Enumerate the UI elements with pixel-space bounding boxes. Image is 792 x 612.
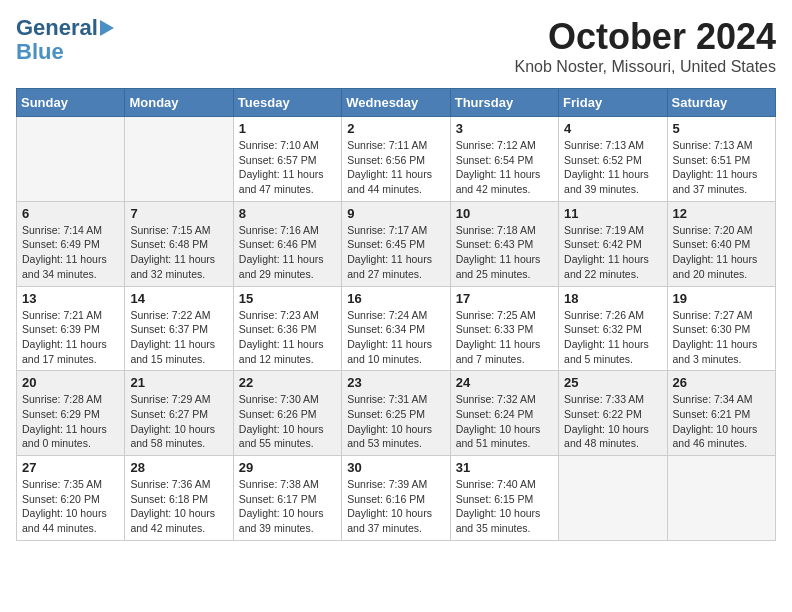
day-info: Sunrise: 7:24 AMSunset: 6:34 PMDaylight:…: [347, 308, 444, 367]
day-number: 20: [22, 375, 119, 390]
day-info: Sunrise: 7:29 AMSunset: 6:27 PMDaylight:…: [130, 392, 227, 451]
day-info: Sunrise: 7:35 AMSunset: 6:20 PMDaylight:…: [22, 477, 119, 536]
week-row-2: 6Sunrise: 7:14 AMSunset: 6:49 PMDaylight…: [17, 201, 776, 286]
day-number: 13: [22, 291, 119, 306]
day-cell: 6Sunrise: 7:14 AMSunset: 6:49 PMDaylight…: [17, 201, 125, 286]
day-cell: 24Sunrise: 7:32 AMSunset: 6:24 PMDayligh…: [450, 371, 558, 456]
day-number: 14: [130, 291, 227, 306]
day-cell: 19Sunrise: 7:27 AMSunset: 6:30 PMDayligh…: [667, 286, 775, 371]
day-info: Sunrise: 7:14 AMSunset: 6:49 PMDaylight:…: [22, 223, 119, 282]
day-cell: 22Sunrise: 7:30 AMSunset: 6:26 PMDayligh…: [233, 371, 341, 456]
day-cell: 21Sunrise: 7:29 AMSunset: 6:27 PMDayligh…: [125, 371, 233, 456]
calendar-body: 1Sunrise: 7:10 AMSunset: 6:57 PMDaylight…: [17, 117, 776, 541]
day-info: Sunrise: 7:21 AMSunset: 6:39 PMDaylight:…: [22, 308, 119, 367]
day-info: Sunrise: 7:13 AMSunset: 6:52 PMDaylight:…: [564, 138, 661, 197]
location-title: Knob Noster, Missouri, United States: [515, 58, 776, 76]
day-info: Sunrise: 7:23 AMSunset: 6:36 PMDaylight:…: [239, 308, 336, 367]
day-cell: 9Sunrise: 7:17 AMSunset: 6:45 PMDaylight…: [342, 201, 450, 286]
day-cell: 25Sunrise: 7:33 AMSunset: 6:22 PMDayligh…: [559, 371, 667, 456]
day-cell: 30Sunrise: 7:39 AMSunset: 6:16 PMDayligh…: [342, 456, 450, 541]
calendar-header: SundayMondayTuesdayWednesdayThursdayFrid…: [17, 89, 776, 117]
day-info: Sunrise: 7:18 AMSunset: 6:43 PMDaylight:…: [456, 223, 553, 282]
day-cell: 11Sunrise: 7:19 AMSunset: 6:42 PMDayligh…: [559, 201, 667, 286]
month-title: October 2024: [515, 16, 776, 58]
day-cell: [125, 117, 233, 202]
header-cell-sunday: Sunday: [17, 89, 125, 117]
day-number: 30: [347, 460, 444, 475]
day-info: Sunrise: 7:12 AMSunset: 6:54 PMDaylight:…: [456, 138, 553, 197]
day-info: Sunrise: 7:16 AMSunset: 6:46 PMDaylight:…: [239, 223, 336, 282]
day-info: Sunrise: 7:39 AMSunset: 6:16 PMDaylight:…: [347, 477, 444, 536]
day-number: 7: [130, 206, 227, 221]
day-cell: [559, 456, 667, 541]
day-number: 5: [673, 121, 770, 136]
day-info: Sunrise: 7:26 AMSunset: 6:32 PMDaylight:…: [564, 308, 661, 367]
week-row-4: 20Sunrise: 7:28 AMSunset: 6:29 PMDayligh…: [17, 371, 776, 456]
day-cell: 4Sunrise: 7:13 AMSunset: 6:52 PMDaylight…: [559, 117, 667, 202]
day-cell: 26Sunrise: 7:34 AMSunset: 6:21 PMDayligh…: [667, 371, 775, 456]
day-number: 21: [130, 375, 227, 390]
day-cell: 29Sunrise: 7:38 AMSunset: 6:17 PMDayligh…: [233, 456, 341, 541]
day-info: Sunrise: 7:17 AMSunset: 6:45 PMDaylight:…: [347, 223, 444, 282]
header-cell-saturday: Saturday: [667, 89, 775, 117]
day-cell: [17, 117, 125, 202]
title-section: October 2024 Knob Noster, Missouri, Unit…: [515, 16, 776, 76]
day-info: Sunrise: 7:25 AMSunset: 6:33 PMDaylight:…: [456, 308, 553, 367]
day-number: 31: [456, 460, 553, 475]
day-cell: 13Sunrise: 7:21 AMSunset: 6:39 PMDayligh…: [17, 286, 125, 371]
day-info: Sunrise: 7:28 AMSunset: 6:29 PMDaylight:…: [22, 392, 119, 451]
day-number: 24: [456, 375, 553, 390]
day-cell: 14Sunrise: 7:22 AMSunset: 6:37 PMDayligh…: [125, 286, 233, 371]
day-number: 15: [239, 291, 336, 306]
day-number: 8: [239, 206, 336, 221]
day-info: Sunrise: 7:33 AMSunset: 6:22 PMDaylight:…: [564, 392, 661, 451]
day-number: 3: [456, 121, 553, 136]
day-info: Sunrise: 7:10 AMSunset: 6:57 PMDaylight:…: [239, 138, 336, 197]
week-row-1: 1Sunrise: 7:10 AMSunset: 6:57 PMDaylight…: [17, 117, 776, 202]
day-number: 28: [130, 460, 227, 475]
day-cell: 12Sunrise: 7:20 AMSunset: 6:40 PMDayligh…: [667, 201, 775, 286]
day-info: Sunrise: 7:15 AMSunset: 6:48 PMDaylight:…: [130, 223, 227, 282]
header-cell-friday: Friday: [559, 89, 667, 117]
day-number: 17: [456, 291, 553, 306]
day-info: Sunrise: 7:13 AMSunset: 6:51 PMDaylight:…: [673, 138, 770, 197]
day-number: 11: [564, 206, 661, 221]
day-number: 16: [347, 291, 444, 306]
day-info: Sunrise: 7:30 AMSunset: 6:26 PMDaylight:…: [239, 392, 336, 451]
day-info: Sunrise: 7:38 AMSunset: 6:17 PMDaylight:…: [239, 477, 336, 536]
day-number: 12: [673, 206, 770, 221]
day-number: 27: [22, 460, 119, 475]
logo-text-blue: Blue: [16, 40, 64, 64]
week-row-3: 13Sunrise: 7:21 AMSunset: 6:39 PMDayligh…: [17, 286, 776, 371]
logo-arrow-icon: [100, 20, 114, 36]
day-number: 29: [239, 460, 336, 475]
calendar-table: SundayMondayTuesdayWednesdayThursdayFrid…: [16, 88, 776, 541]
day-number: 6: [22, 206, 119, 221]
day-info: Sunrise: 7:40 AMSunset: 6:15 PMDaylight:…: [456, 477, 553, 536]
header-cell-tuesday: Tuesday: [233, 89, 341, 117]
day-cell: 28Sunrise: 7:36 AMSunset: 6:18 PMDayligh…: [125, 456, 233, 541]
day-cell: 27Sunrise: 7:35 AMSunset: 6:20 PMDayligh…: [17, 456, 125, 541]
day-cell: 1Sunrise: 7:10 AMSunset: 6:57 PMDaylight…: [233, 117, 341, 202]
day-info: Sunrise: 7:19 AMSunset: 6:42 PMDaylight:…: [564, 223, 661, 282]
day-number: 9: [347, 206, 444, 221]
day-cell: 31Sunrise: 7:40 AMSunset: 6:15 PMDayligh…: [450, 456, 558, 541]
day-number: 2: [347, 121, 444, 136]
day-cell: 2Sunrise: 7:11 AMSunset: 6:56 PMDaylight…: [342, 117, 450, 202]
day-number: 19: [673, 291, 770, 306]
day-info: Sunrise: 7:34 AMSunset: 6:21 PMDaylight:…: [673, 392, 770, 451]
header-cell-monday: Monday: [125, 89, 233, 117]
day-info: Sunrise: 7:27 AMSunset: 6:30 PMDaylight:…: [673, 308, 770, 367]
day-cell: 10Sunrise: 7:18 AMSunset: 6:43 PMDayligh…: [450, 201, 558, 286]
logo: General Blue: [16, 16, 114, 64]
header-cell-thursday: Thursday: [450, 89, 558, 117]
day-cell: 5Sunrise: 7:13 AMSunset: 6:51 PMDaylight…: [667, 117, 775, 202]
header-cell-wednesday: Wednesday: [342, 89, 450, 117]
day-cell: 23Sunrise: 7:31 AMSunset: 6:25 PMDayligh…: [342, 371, 450, 456]
week-row-5: 27Sunrise: 7:35 AMSunset: 6:20 PMDayligh…: [17, 456, 776, 541]
day-number: 22: [239, 375, 336, 390]
day-number: 26: [673, 375, 770, 390]
day-cell: 3Sunrise: 7:12 AMSunset: 6:54 PMDaylight…: [450, 117, 558, 202]
day-cell: [667, 456, 775, 541]
day-cell: 18Sunrise: 7:26 AMSunset: 6:32 PMDayligh…: [559, 286, 667, 371]
